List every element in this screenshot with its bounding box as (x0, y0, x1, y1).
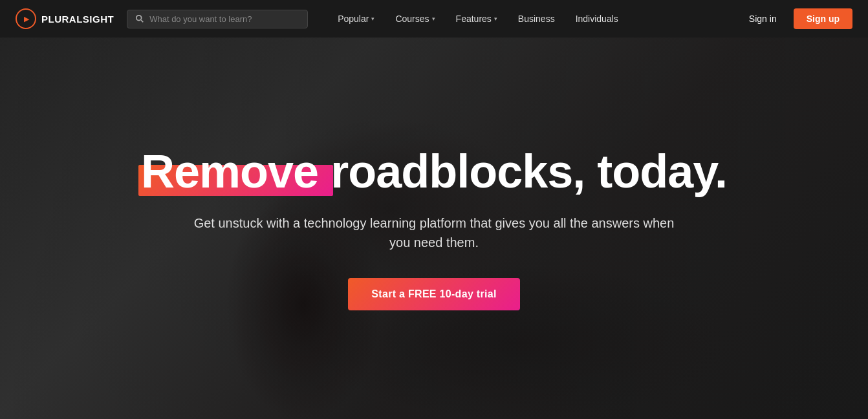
sign-in-button[interactable]: Sign in (740, 10, 786, 28)
hero-title: Remove roadblocks, today. (141, 146, 727, 197)
nav-links: Popular ▾ Courses ▾ Features ▾ Business … (327, 0, 740, 38)
nav-item-features[interactable]: Features ▾ (446, 0, 508, 38)
svg-point-0 (136, 16, 142, 21)
nav-item-popular[interactable]: Popular ▾ (327, 0, 385, 38)
nav-actions: Sign in Sign up (740, 8, 852, 29)
svg-line-1 (141, 20, 143, 22)
nav-item-individuals[interactable]: Individuals (565, 0, 629, 38)
logo-icon (16, 8, 36, 29)
search-icon (135, 14, 144, 23)
logo[interactable]: PLURALSIGHT (16, 8, 114, 29)
navbar: PLURALSIGHT Popular ▾ Courses ▾ Features… (0, 0, 868, 38)
hero-content: Remove roadblocks, today. Get unstuck wi… (0, 38, 868, 419)
nav-item-business[interactable]: Business (508, 0, 565, 38)
chevron-down-icon: ▾ (494, 16, 497, 22)
chevron-down-icon: ▾ (432, 16, 435, 22)
search-input[interactable] (149, 14, 299, 24)
cta-button[interactable]: Start a FREE 10-day trial (348, 278, 519, 310)
nav-item-courses[interactable]: Courses ▾ (385, 0, 445, 38)
search-bar[interactable] (127, 10, 308, 28)
brand-name: PLURALSIGHT (41, 14, 114, 25)
sign-up-button[interactable]: Sign up (794, 8, 852, 29)
chevron-down-icon: ▾ (371, 16, 374, 22)
hero-title-rest: roadblocks, today. (331, 145, 727, 197)
hero-title-highlight: Remove (141, 145, 318, 197)
hero-subtitle: Get unstuck with a technology learning p… (188, 213, 680, 252)
